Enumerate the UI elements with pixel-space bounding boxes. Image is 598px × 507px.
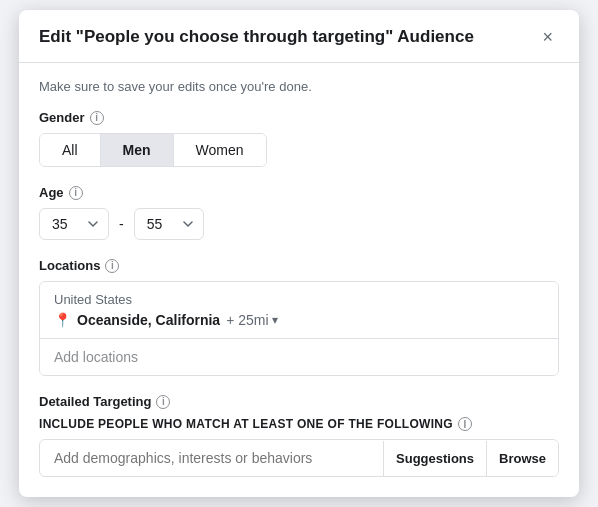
location-place-name: Oceanside, California — [77, 312, 220, 328]
age-max-select[interactable]: 25 30 35 40 45 50 55 60 65 65+ — [134, 208, 204, 240]
location-item: 📍 Oceanside, California + 25mi ▾ — [54, 312, 544, 328]
location-country: United States — [54, 292, 544, 307]
locations-label: Locations i — [39, 258, 559, 273]
locations-filled: United States 📍 Oceanside, California + … — [40, 282, 558, 339]
gender-section: Gender i All Men Women — [39, 110, 559, 167]
detailed-targeting-section: Detailed Targeting i INCLUDE people who … — [39, 394, 559, 477]
gender-women-button[interactable]: Women — [174, 134, 266, 166]
save-note: Make sure to save your edits once you're… — [39, 79, 559, 94]
locations-section: Locations i United States 📍 Oceanside, C… — [39, 258, 559, 376]
gender-info-icon[interactable]: i — [90, 111, 104, 125]
location-radius[interactable]: + 25mi ▾ — [226, 312, 277, 328]
modal-body: Make sure to save your edits once you're… — [19, 63, 579, 497]
add-locations-input[interactable]: Add locations — [40, 339, 558, 375]
age-min-select[interactable]: 18 21 25 30 35 40 45 50 55 60 65 — [39, 208, 109, 240]
close-button[interactable]: × — [536, 26, 559, 48]
gender-all-button[interactable]: All — [40, 134, 101, 166]
detailed-targeting-info-icon[interactable]: i — [156, 395, 170, 409]
radius-chevron-icon[interactable]: ▾ — [272, 313, 278, 327]
age-row: 18 21 25 30 35 40 45 50 55 60 65 - 25 30… — [39, 208, 559, 240]
locations-box: United States 📍 Oceanside, California + … — [39, 281, 559, 376]
targeting-input-box: Suggestions Browse — [39, 439, 559, 477]
detailed-targeting-label: Detailed Targeting i — [39, 394, 559, 409]
age-dash: - — [119, 216, 124, 232]
age-label: Age i — [39, 185, 559, 200]
include-label: INCLUDE people who match at least ONE of… — [39, 417, 559, 431]
targeting-search-input[interactable] — [40, 440, 383, 476]
browse-button[interactable]: Browse — [486, 441, 558, 476]
age-info-icon[interactable]: i — [69, 186, 83, 200]
gender-label: Gender i — [39, 110, 559, 125]
targeting-actions: Suggestions Browse — [383, 441, 558, 476]
modal-title: Edit "People you choose through targetin… — [39, 27, 536, 47]
gender-button-group: All Men Women — [39, 133, 267, 167]
locations-info-icon[interactable]: i — [105, 259, 119, 273]
age-section: Age i 18 21 25 30 35 40 45 50 55 60 65 - — [39, 185, 559, 240]
pin-icon: 📍 — [54, 312, 71, 328]
modal-header: Edit "People you choose through targetin… — [19, 10, 579, 63]
gender-men-button[interactable]: Men — [101, 134, 174, 166]
audience-edit-modal: Edit "People you choose through targetin… — [19, 10, 579, 497]
include-info-icon[interactable]: i — [458, 417, 472, 431]
suggestions-button[interactable]: Suggestions — [384, 441, 486, 476]
